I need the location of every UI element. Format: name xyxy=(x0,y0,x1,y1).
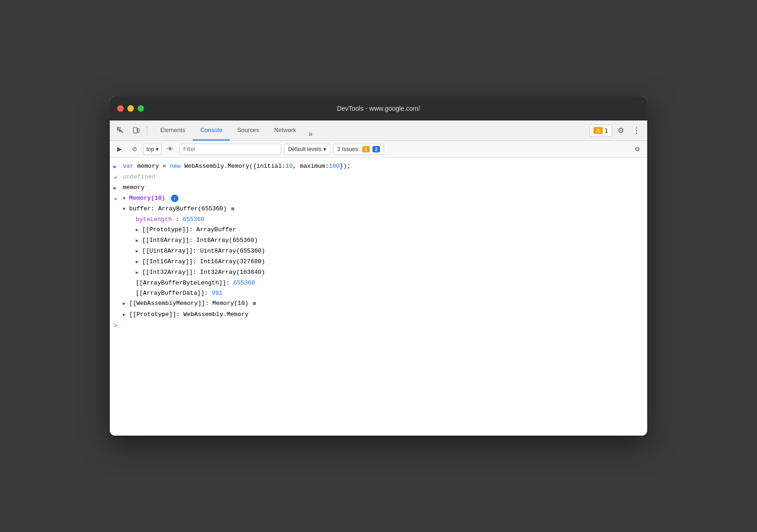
secondary-toolbar: ▶ ⊘ top ▾ 👁 Default levels ▾ 3 Issues: 1… xyxy=(110,141,647,158)
levels-label: Default levels xyxy=(288,146,322,152)
proto-expand-icon: ▶ xyxy=(136,228,139,233)
console-settings-button[interactable]: ⚙ xyxy=(631,144,643,155)
bytelength-line: byteLength : 655360 xyxy=(110,215,647,225)
webassemblymemory-line[interactable]: ▶ [[WebAssemblyMemory]]: Memory(10) ⊞ xyxy=(110,298,647,309)
toolbar-right: ⚠ 1 ⚙ ⋮ xyxy=(589,124,643,137)
warning-badge: ⚠ xyxy=(593,127,603,134)
chevron-down-icon: ▾ xyxy=(156,146,158,152)
context-label: top xyxy=(146,146,154,152)
buffer-content: ▼ buffer: ArrayBuffer(655360) ⊞ xyxy=(123,205,643,214)
chevron-down-icon: ▾ xyxy=(323,146,326,152)
uint8array-line[interactable]: ▶ [[Uint8Array]]: Uint8Array(655360) xyxy=(110,246,647,257)
prototype-arraybuffer: ▶ [[Prototype]]: ArrayBuffer xyxy=(136,226,643,234)
console-caret: > xyxy=(114,322,117,329)
prototype-wasm-line[interactable]: ▶ [[Prototype]]: WebAssembly.Memory xyxy=(110,310,647,320)
toolbar-divider xyxy=(147,126,147,135)
int16-expand-icon: ▶ xyxy=(136,260,139,265)
int8array-content: ▶ [[Int8Array]]: Int8Array(655360) xyxy=(136,236,643,245)
arraybuffer-data-content: [[ArrayBufferData]]: 991 xyxy=(136,289,643,298)
memory-object-line[interactable]: ◀ ▼ Memory(10) i xyxy=(110,193,647,204)
more-tabs-button[interactable]: » xyxy=(303,127,317,140)
db-icon: ⊞ xyxy=(231,205,234,213)
tab-network[interactable]: Network xyxy=(267,120,304,140)
undefined-value: undefined xyxy=(123,173,643,181)
arraybuffer-data-line: [[ArrayBufferData]]: 991 xyxy=(110,288,647,298)
int16array-line[interactable]: ▶ [[Int16Array]]: Int16Array(327680) xyxy=(110,257,647,267)
info-count-badge: 2 xyxy=(372,146,380,152)
console-output: ▶ var memory = new WebAssembly.Memory({i… xyxy=(110,158,647,436)
issues-count: 1 xyxy=(605,127,608,134)
main-toolbar: Elements Console Sources Network » ⚠ 1 ⚙… xyxy=(110,120,647,141)
return-arrow: ◀ xyxy=(114,194,123,203)
live-expressions-button[interactable]: 👁 xyxy=(164,144,177,155)
memory-object-header: ▼ Memory(10) i xyxy=(123,194,643,203)
maximize-button[interactable] xyxy=(138,105,144,112)
int32-expand-icon: ▶ xyxy=(136,270,139,275)
info-icon[interactable]: i xyxy=(171,195,178,202)
expand-icon: ▼ xyxy=(123,196,126,201)
wasm-expand-icon: ▶ xyxy=(123,302,126,307)
memory-label: memory xyxy=(123,184,643,192)
console-line-1: ▶ var memory = new WebAssembly.Memory({i… xyxy=(110,161,647,172)
console-input-line: > xyxy=(110,320,647,331)
minimize-button[interactable] xyxy=(127,105,134,112)
issues-badge[interactable]: ⚠ 1 xyxy=(589,125,612,137)
input-arrow: ▶ xyxy=(114,162,123,171)
prototype-wasm-content: ▶ [[Prototype]]: WebAssembly.Memory xyxy=(123,310,643,319)
arraybuffer-bytelength-content: [[ArrayBufferByteLength]]: 655360 xyxy=(136,279,643,287)
titlebar: DevTools - www.google.com/ xyxy=(110,96,647,120)
run-script-button[interactable]: ▶ xyxy=(114,144,126,155)
issues-text: 3 Issues: xyxy=(337,146,360,152)
int32array-line[interactable]: ▶ [[Int32Array]]: Int32Array(163840) xyxy=(110,267,647,278)
svg-rect-1 xyxy=(133,127,137,133)
int32array-content: ▶ [[Int32Array]]: Int32Array(163840) xyxy=(136,268,643,277)
context-selector[interactable]: top ▾ xyxy=(143,144,162,155)
webassemblymemory-content: ▶ [[WebAssemblyMemory]]: Memory(10) ⊞ xyxy=(123,299,643,308)
tab-sources[interactable]: Sources xyxy=(230,120,267,140)
gear-icon: ⚙ xyxy=(618,126,624,135)
traffic-lights xyxy=(117,105,144,112)
svg-rect-2 xyxy=(135,133,136,133)
eye-icon: 👁 xyxy=(167,146,173,152)
device-toolbar-button[interactable] xyxy=(129,124,143,137)
filter-input[interactable] xyxy=(179,144,281,155)
prototype-arraybuffer-line[interactable]: ▶ [[Prototype]]: ArrayBuffer xyxy=(110,225,647,235)
close-button[interactable] xyxy=(117,105,124,112)
devtools-window: DevTools - www.google.com/ Elements Cons… xyxy=(110,96,647,436)
console-line-2: ◀ undefined xyxy=(110,172,647,183)
window-title: DevTools - www.google.com/ xyxy=(337,105,420,112)
more-icon: ⋮ xyxy=(633,126,640,135)
proto2-expand-icon: ▶ xyxy=(123,312,126,317)
block-icon: ⊘ xyxy=(132,146,137,152)
buffer-expand-icon: ▼ xyxy=(123,207,126,212)
tab-bar: Elements Console Sources Network » xyxy=(151,120,587,140)
settings-button[interactable]: ⚙ xyxy=(614,124,628,137)
console-line-3: ▶ memory xyxy=(110,183,647,193)
uint8array-content: ▶ [[Uint8Array]]: Uint8Array(655360) xyxy=(136,247,643,256)
warn-count-badge: 1 xyxy=(362,146,370,152)
uint8-expand-icon: ▶ xyxy=(136,249,139,254)
inspect-element-button[interactable] xyxy=(114,124,127,137)
levels-selector[interactable]: Default levels ▾ xyxy=(284,144,330,155)
issues-count-badge[interactable]: 3 Issues: 1 2 xyxy=(333,144,384,155)
run-icon: ▶ xyxy=(117,146,122,152)
output-arrow: ◀ xyxy=(114,173,123,182)
int8-expand-icon: ▶ xyxy=(136,238,139,243)
svg-rect-3 xyxy=(138,128,139,133)
tab-console[interactable]: Console xyxy=(193,120,230,140)
arraybuffer-bytelength-line: [[ArrayBufferByteLength]]: 655360 xyxy=(110,278,647,288)
buffer-line[interactable]: ▼ buffer: ArrayBuffer(655360) ⊞ xyxy=(110,204,647,215)
int16array-content: ▶ [[Int16Array]]: Int16Array(327680) xyxy=(136,258,643,266)
input-arrow-2: ▶ xyxy=(114,184,123,192)
more-options-button[interactable]: ⋮ xyxy=(630,124,643,137)
bytelength-content: byteLength : 655360 xyxy=(136,215,643,224)
wasm-db-icon: ⊞ xyxy=(253,299,256,308)
code-line-1: var memory = new WebAssembly.Memory({ini… xyxy=(123,162,643,171)
int8array-line[interactable]: ▶ [[Int8Array]]: Int8Array(655360) xyxy=(110,235,647,246)
tab-elements[interactable]: Elements xyxy=(153,120,193,140)
block-messages-button[interactable]: ⊘ xyxy=(128,144,140,155)
